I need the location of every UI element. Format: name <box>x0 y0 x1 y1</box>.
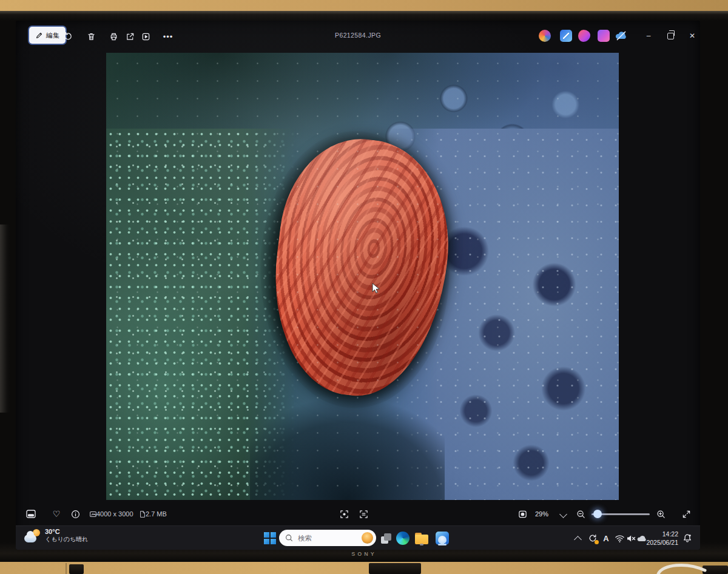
wall-top <box>0 0 728 12</box>
zoom-box-icon <box>518 510 527 519</box>
photos-titlebar: 編集 <box>16 21 700 51</box>
search-icon <box>285 534 293 542</box>
fullscreen-button[interactable] <box>678 506 694 522</box>
weather-widget[interactable]: 30°C くもりのち晴れ <box>24 528 88 543</box>
windows-logo-icon <box>264 532 276 544</box>
bell-icon <box>682 533 692 543</box>
photo-coral-image <box>106 53 619 500</box>
monitor-screen: 編集 <box>16 21 700 550</box>
fit-to-window-button[interactable] <box>336 506 352 522</box>
sync-tray-icon[interactable] <box>586 532 599 545</box>
photo-glare <box>106 53 619 500</box>
weather-temperature: 30°C <box>45 528 88 536</box>
monitor-bezel: 編集 <box>0 11 728 562</box>
actual-size-button[interactable] <box>356 506 371 522</box>
running-indicator <box>420 544 423 545</box>
cloud-off-glyph <box>615 30 628 42</box>
close-glyph: ✕ <box>689 32 695 40</box>
edge-icon <box>396 532 410 545</box>
zoom-slider-thumb[interactable] <box>593 510 602 518</box>
heart-icon: ♡ <box>53 510 61 518</box>
image-dimensions: 4000 x 3000 <box>96 510 133 518</box>
taskbar-item-explorer[interactable] <box>414 530 430 546</box>
filmstrip-icon <box>26 510 36 518</box>
monitor-stand-base <box>369 563 421 574</box>
notifications-button[interactable] <box>681 532 694 545</box>
filmstrip-toggle-button[interactable] <box>23 506 39 522</box>
info-button[interactable] <box>67 506 83 522</box>
minimize-button[interactable]: – <box>638 27 659 44</box>
minimize-glyph: – <box>647 32 651 40</box>
zoom-dropdown-chevron[interactable] <box>561 512 566 517</box>
zoom-out-button[interactable] <box>573 506 588 522</box>
monitor-stand-leg <box>69 564 84 574</box>
folder-icon <box>415 535 428 544</box>
zoom-in-icon <box>656 510 666 519</box>
search-input[interactable] <box>297 534 358 542</box>
actual-size-icon <box>359 510 368 519</box>
visual-search-icon[interactable] <box>539 30 551 42</box>
zoom-level[interactable]: 29% <box>535 510 548 518</box>
close-button[interactable]: ✕ <box>682 27 700 44</box>
restore-icon <box>667 33 674 39</box>
chevron-up-icon <box>574 536 582 544</box>
mouse-cursor <box>371 283 381 297</box>
bing-daily-image <box>362 532 373 544</box>
bezel-reflection <box>0 225 10 413</box>
wall-seam <box>66 563 67 574</box>
monitor-brand-logo: SONY <box>0 551 728 557</box>
gallery-icon[interactable] <box>598 30 610 42</box>
cloud-icon <box>24 535 36 542</box>
sync-badge <box>595 540 599 544</box>
designer-icon[interactable] <box>578 30 590 42</box>
cloud-off-icon[interactable] <box>615 30 627 42</box>
weather-icon <box>24 529 41 542</box>
clock-time: 14:22 <box>642 530 678 538</box>
weather-condition: くもりのち晴れ <box>45 536 88 543</box>
task-view-button[interactable] <box>378 530 394 546</box>
zoom-box-button[interactable] <box>514 506 530 522</box>
wall-bottom <box>0 561 728 574</box>
ime-mode-label: A <box>603 534 608 543</box>
wifi-icon <box>615 534 625 543</box>
clock-date: 2025/06/21 <box>642 538 678 547</box>
photos-statusbar: ♡ 4000 x 3000 2.7 MB <box>16 504 700 525</box>
start-button[interactable] <box>262 530 278 546</box>
favorite-button[interactable]: ♡ <box>49 506 64 522</box>
volume-muted-icon <box>626 534 636 543</box>
active-indicator <box>438 544 447 545</box>
ime-mode-button[interactable]: A <box>599 532 613 545</box>
windows-taskbar: 30°C くもりのち晴れ <box>16 525 700 550</box>
info-icon <box>71 510 80 519</box>
hidden-icons-button[interactable] <box>571 532 584 545</box>
zoom-in-button[interactable] <box>653 506 669 522</box>
restore-button[interactable] <box>660 27 681 44</box>
zoom-out-icon <box>576 510 585 519</box>
taskbar-search[interactable] <box>279 530 376 546</box>
chevron-down-icon <box>559 510 567 518</box>
taskbar-item-photos[interactable] <box>434 530 450 546</box>
ai-edit-icon[interactable] <box>560 30 572 42</box>
photos-app-icon <box>436 532 449 545</box>
taskbar-clock[interactable]: 14:22 2025/06/21 <box>642 530 678 547</box>
file-size: 2.7 MB <box>146 510 167 518</box>
power-cable <box>631 559 728 574</box>
task-view-icon <box>381 533 391 544</box>
fit-to-window-icon <box>340 510 349 519</box>
taskbar-item-edge[interactable] <box>395 530 411 546</box>
fullscreen-icon <box>682 510 691 519</box>
